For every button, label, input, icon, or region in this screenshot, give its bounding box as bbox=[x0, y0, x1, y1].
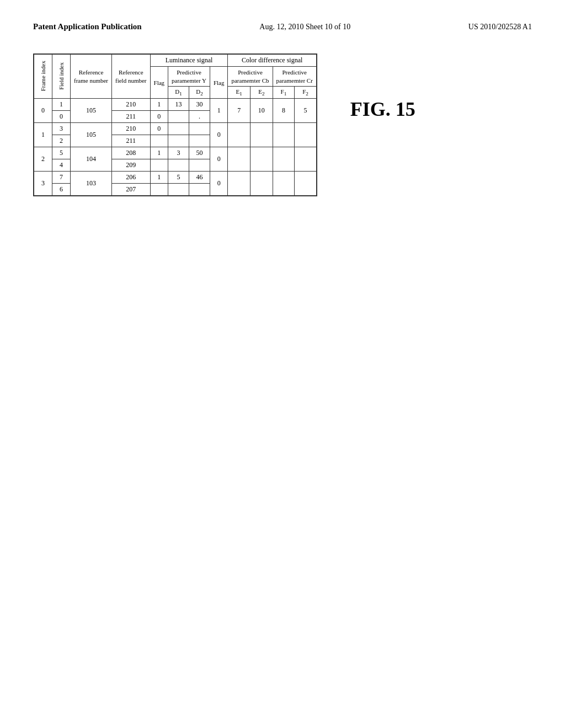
d1-empty-b bbox=[168, 123, 189, 135]
col-e1-header: E1 bbox=[228, 87, 250, 99]
lum-flag-1d: 1 bbox=[150, 172, 168, 184]
color-signal-header: Color difference signal bbox=[228, 55, 316, 67]
e1-empty-d bbox=[228, 172, 250, 196]
ref-field-210: 210 bbox=[112, 99, 151, 111]
field-4: 4 bbox=[52, 159, 71, 172]
f1-8: 8 bbox=[273, 99, 295, 123]
table-row: 1 3 105 210 0 0 bbox=[34, 123, 317, 135]
ref-field-211b: 211 bbox=[112, 135, 151, 147]
lum-flag-empty-b bbox=[150, 135, 168, 147]
luminance-signal-header: Luminance signal bbox=[150, 55, 228, 67]
e2-empty-d bbox=[250, 172, 273, 196]
field-1: 1 bbox=[52, 99, 71, 111]
ref-field-207: 207 bbox=[112, 184, 151, 196]
e2-empty-c bbox=[250, 147, 273, 172]
frame-0: 0 bbox=[34, 99, 52, 123]
d1-3: 3 bbox=[168, 147, 189, 159]
data-table: Frame index Field index Referenceframe n… bbox=[33, 53, 317, 196]
publication-date: Aug. 12, 2010 Sheet 10 of 10 bbox=[259, 23, 350, 31]
d2-30: 30 bbox=[189, 99, 210, 111]
d1-empty-e bbox=[168, 184, 189, 196]
frame-3: 3 bbox=[34, 172, 52, 196]
lum-flag-0b: 0 bbox=[150, 123, 168, 135]
ref-field-210b: 210 bbox=[112, 123, 151, 135]
col-ref-field: Referencefield number bbox=[112, 55, 151, 99]
lum-flag-empty-d bbox=[150, 184, 168, 196]
col-field-index: Field index bbox=[52, 55, 71, 99]
ref-frame-105a: 105 bbox=[71, 99, 112, 123]
col-flag-0b: 0 bbox=[210, 123, 228, 147]
d2-empty-c bbox=[189, 135, 210, 147]
lum-flag-1c: 1 bbox=[150, 147, 168, 159]
figure-label: FIG. 15 bbox=[350, 98, 415, 196]
field-0: 0 bbox=[52, 111, 71, 123]
f1-empty-d bbox=[273, 172, 295, 196]
f1-empty-c bbox=[273, 147, 295, 172]
ref-frame-104: 104 bbox=[71, 147, 112, 172]
lum-pred-y-header: Predictiveparamemter Y bbox=[168, 67, 210, 87]
d2-empty-b bbox=[189, 123, 210, 135]
table-row: 2 5 104 208 1 3 50 0 bbox=[34, 147, 317, 159]
f1-empty-b bbox=[273, 123, 295, 147]
patent-title: Patent Application Publication bbox=[33, 22, 142, 31]
field-3: 3 bbox=[52, 123, 71, 135]
lum-flag-header: Flag bbox=[150, 67, 168, 99]
lum-d1-header: D1 bbox=[168, 87, 189, 99]
table-row: 0 1 105 210 1 13 30 1 7 10 8 5 bbox=[34, 99, 317, 111]
d1-empty-a bbox=[168, 111, 189, 123]
col-f1-header: F1 bbox=[273, 87, 295, 99]
e1-empty-b bbox=[228, 123, 250, 147]
field-5: 5 bbox=[52, 147, 71, 159]
ref-field-209: 209 bbox=[112, 159, 151, 172]
d1-5: 5 bbox=[168, 172, 189, 184]
col-flag-1a: 1 bbox=[210, 99, 228, 123]
lum-flag-empty-c bbox=[150, 159, 168, 172]
col-flag-0c: 0 bbox=[210, 147, 228, 172]
frame-1: 1 bbox=[34, 123, 52, 147]
col-f2-header: F2 bbox=[295, 87, 317, 99]
lum-flag-0a: 0 bbox=[150, 111, 168, 123]
ref-frame-103: 103 bbox=[71, 172, 112, 196]
e1-7: 7 bbox=[228, 99, 250, 123]
d2-empty-d bbox=[189, 159, 210, 172]
col-cb-header: Predictiveparamemter Cb bbox=[228, 67, 273, 87]
frame-2: 2 bbox=[34, 147, 52, 172]
d1-empty-d bbox=[168, 159, 189, 172]
d1-13: 13 bbox=[168, 99, 189, 111]
d2-dot: . bbox=[189, 111, 210, 123]
ref-field-206: 206 bbox=[112, 172, 151, 184]
field-6: 6 bbox=[52, 184, 71, 196]
col-e2-header: E2 bbox=[250, 87, 273, 99]
f2-empty-d bbox=[295, 172, 317, 196]
e1-empty-c bbox=[228, 147, 250, 172]
col-cr-header: Predictiveparamemter Cr bbox=[273, 67, 316, 87]
f2-empty-b bbox=[295, 123, 317, 147]
col-flag-header: Flag bbox=[210, 67, 228, 99]
d2-empty-e bbox=[189, 184, 210, 196]
field-7: 7 bbox=[52, 172, 71, 184]
col-flag-0d: 0 bbox=[210, 172, 228, 196]
e2-empty-b bbox=[250, 123, 273, 147]
d1-empty-c bbox=[168, 135, 189, 147]
f2-5: 5 bbox=[295, 99, 317, 123]
col-ref-frame: Referenceframe number bbox=[71, 55, 112, 99]
col-frame-index: Frame index bbox=[34, 55, 52, 99]
ref-field-211: 211 bbox=[112, 111, 151, 123]
ref-frame-105b: 105 bbox=[71, 123, 112, 147]
e2-10: 10 bbox=[250, 99, 273, 123]
table-row: 3 7 103 206 1 5 46 0 bbox=[34, 172, 317, 184]
f2-empty-c bbox=[295, 147, 317, 172]
ref-field-208: 208 bbox=[112, 147, 151, 159]
patent-number: US 2010/202528 A1 bbox=[468, 23, 532, 31]
d2-50: 50 bbox=[189, 147, 210, 159]
field-2: 2 bbox=[52, 135, 71, 147]
d2-46: 46 bbox=[189, 172, 210, 184]
lum-d2-header: D2 bbox=[189, 87, 210, 99]
lum-flag-1a: 1 bbox=[150, 99, 168, 111]
